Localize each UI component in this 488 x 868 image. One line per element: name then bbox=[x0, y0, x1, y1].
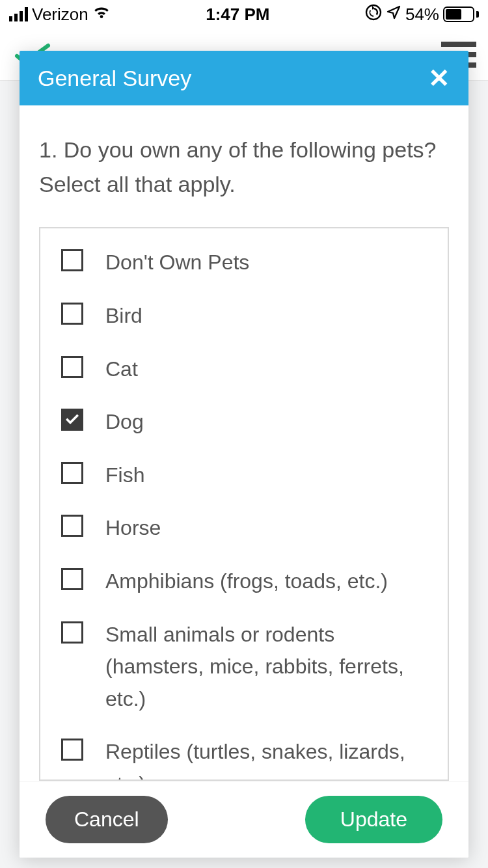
option-row[interactable]: Small animals or rodents (hamsters, mice… bbox=[61, 619, 431, 716]
option-row[interactable]: Don't Own Pets bbox=[61, 247, 431, 279]
survey-modal: General Survey ✕ 1. Do you own any of th… bbox=[20, 51, 468, 858]
option-label: Reptiles (turtles, snakes, lizards, etc.… bbox=[105, 736, 431, 781]
checkbox-icon[interactable] bbox=[61, 621, 83, 644]
checkbox-icon[interactable] bbox=[61, 462, 83, 484]
wifi-icon bbox=[92, 5, 111, 23]
checkbox-icon[interactable] bbox=[61, 568, 83, 590]
modal-header: General Survey ✕ bbox=[20, 51, 468, 105]
survey-question: 1. Do you own any of the following pets?… bbox=[39, 133, 449, 201]
cellular-signal-icon bbox=[9, 7, 28, 21]
cancel-button[interactable]: Cancel bbox=[46, 796, 168, 843]
option-row[interactable]: Cat bbox=[61, 353, 431, 386]
modal-title: General Survey bbox=[38, 66, 191, 91]
option-label: Horse bbox=[105, 512, 161, 545]
close-icon[interactable]: ✕ bbox=[428, 65, 450, 91]
option-label: Amphibians (frogs, toads, etc.) bbox=[105, 565, 388, 598]
option-row[interactable]: Reptiles (turtles, snakes, lizards, etc.… bbox=[61, 736, 431, 781]
option-row[interactable]: Bird bbox=[61, 300, 431, 332]
option-label: Cat bbox=[105, 353, 138, 386]
checkbox-icon[interactable] bbox=[61, 249, 83, 271]
orientation-lock-icon bbox=[365, 4, 382, 25]
carrier-label: Verizon bbox=[32, 5, 88, 25]
checkbox-icon[interactable] bbox=[61, 739, 83, 761]
update-button[interactable]: Update bbox=[305, 796, 442, 843]
options-box: Don't Own PetsBirdCatDogFishHorseAmphibi… bbox=[39, 227, 449, 781]
checkbox-icon[interactable] bbox=[61, 409, 83, 431]
option-label: Small animals or rodents (hamsters, mice… bbox=[105, 619, 431, 716]
location-icon bbox=[386, 5, 401, 25]
option-label: Dog bbox=[105, 406, 144, 439]
battery-pct: 54% bbox=[405, 5, 439, 25]
option-row[interactable]: Fish bbox=[61, 459, 431, 492]
option-row[interactable]: Horse bbox=[61, 512, 431, 545]
option-row[interactable]: Dog bbox=[61, 406, 431, 439]
option-label: Bird bbox=[105, 300, 142, 332]
battery-icon bbox=[443, 7, 479, 22]
option-row[interactable]: Amphibians (frogs, toads, etc.) bbox=[61, 565, 431, 598]
status-bar: Verizon 1:47 PM 54% bbox=[0, 0, 488, 29]
clock: 1:47 PM bbox=[111, 5, 365, 25]
option-label: Don't Own Pets bbox=[105, 247, 249, 279]
modal-body: 1. Do you own any of the following pets?… bbox=[20, 105, 468, 781]
checkbox-icon[interactable] bbox=[61, 303, 83, 325]
modal-footer: Cancel Update bbox=[20, 781, 468, 858]
checkbox-icon[interactable] bbox=[61, 515, 83, 537]
checkbox-icon[interactable] bbox=[61, 356, 83, 378]
option-label: Fish bbox=[105, 459, 144, 492]
